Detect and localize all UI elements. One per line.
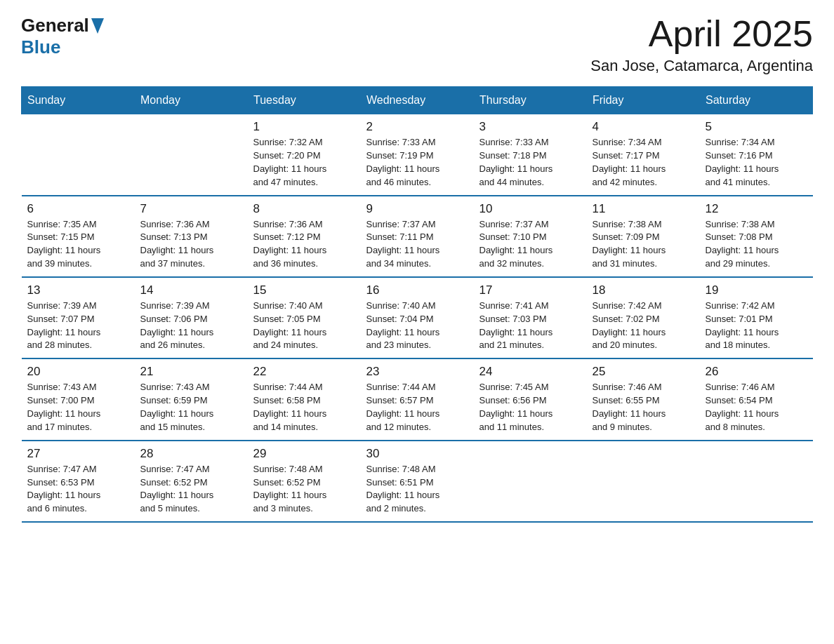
day-info: Sunrise: 7:39 AMSunset: 7:07 PMDaylight:… [27,300,129,352]
day-info: Sunrise: 7:45 AMSunset: 6:56 PMDaylight:… [479,381,581,434]
day-number: 21 [140,365,242,379]
day-number: 28 [140,447,242,461]
day-number: 15 [253,283,355,297]
month-title: April 2025 [590,14,813,54]
day-number: 13 [27,283,129,297]
day-number: 20 [27,365,129,379]
logo-blue-text: Blue [21,36,60,58]
day-number: 22 [253,365,355,379]
weekday-header-wednesday: Wednesday [361,87,474,114]
day-info: Sunrise: 7:33 AMSunset: 7:18 PMDaylight:… [479,136,581,189]
day-info: Sunrise: 7:47 AMSunset: 6:53 PMDaylight:… [27,463,129,516]
calendar-header-row: SundayMondayTuesdayWednesdayThursdayFrid… [22,87,813,114]
day-number: 23 [366,365,468,379]
day-number: 11 [593,202,694,216]
calendar-cell: 16Sunrise: 7:40 AMSunset: 7:04 PMDayligh… [361,277,474,358]
logo-arrow-icon [91,18,104,34]
day-info: Sunrise: 7:42 AMSunset: 7:02 PMDaylight:… [593,300,694,352]
calendar-cell [474,441,587,522]
calendar-cell: 26Sunrise: 7:46 AMSunset: 6:54 PMDayligh… [700,358,813,440]
day-number: 10 [479,202,581,216]
calendar-cell: 15Sunrise: 7:40 AMSunset: 7:05 PMDayligh… [248,277,361,358]
weekday-header-monday: Monday [135,87,248,114]
calendar-week-row: 6Sunrise: 7:35 AMSunset: 7:15 PMDaylight… [22,196,813,277]
day-info: Sunrise: 7:44 AMSunset: 6:58 PMDaylight:… [253,381,355,434]
location-title: San Jose, Catamarca, Argentina [590,57,813,75]
calendar-cell: 12Sunrise: 7:38 AMSunset: 7:08 PMDayligh… [700,196,813,277]
day-number: 5 [706,120,807,134]
calendar-cell: 13Sunrise: 7:39 AMSunset: 7:07 PMDayligh… [22,277,135,358]
weekday-header-tuesday: Tuesday [248,87,361,114]
day-info: Sunrise: 7:38 AMSunset: 7:09 PMDaylight:… [593,218,694,271]
day-number: 3 [479,120,581,134]
day-number: 18 [593,283,694,297]
day-info: Sunrise: 7:36 AMSunset: 7:12 PMDaylight:… [253,218,355,271]
calendar-cell: 28Sunrise: 7:47 AMSunset: 6:52 PMDayligh… [135,441,248,522]
calendar-cell [22,114,135,196]
page-header: General Blue April 2025 San Jose, Catama… [21,14,813,75]
day-number: 17 [479,283,581,297]
calendar-cell: 24Sunrise: 7:45 AMSunset: 6:56 PMDayligh… [474,358,587,440]
day-number: 29 [253,447,355,461]
calendar-cell: 17Sunrise: 7:41 AMSunset: 7:03 PMDayligh… [474,277,587,358]
weekday-header-friday: Friday [587,87,700,114]
calendar-cell: 14Sunrise: 7:39 AMSunset: 7:06 PMDayligh… [135,277,248,358]
weekday-header-sunday: Sunday [22,87,135,114]
day-info: Sunrise: 7:34 AMSunset: 7:17 PMDaylight:… [593,136,694,189]
calendar-cell: 27Sunrise: 7:47 AMSunset: 6:53 PMDayligh… [22,441,135,522]
calendar-week-row: 1Sunrise: 7:32 AMSunset: 7:20 PMDaylight… [22,114,813,196]
calendar-cell: 30Sunrise: 7:48 AMSunset: 6:51 PMDayligh… [361,441,474,522]
day-number: 26 [706,365,807,379]
day-info: Sunrise: 7:41 AMSunset: 7:03 PMDaylight:… [479,300,581,352]
day-info: Sunrise: 7:48 AMSunset: 6:52 PMDaylight:… [253,463,355,516]
day-info: Sunrise: 7:43 AMSunset: 6:59 PMDaylight:… [140,381,242,434]
calendar-cell: 29Sunrise: 7:48 AMSunset: 6:52 PMDayligh… [248,441,361,522]
day-number: 1 [253,120,355,134]
calendar-cell [700,441,813,522]
weekday-header-thursday: Thursday [474,87,587,114]
calendar-cell: 20Sunrise: 7:43 AMSunset: 7:00 PMDayligh… [22,358,135,440]
day-info: Sunrise: 7:33 AMSunset: 7:19 PMDaylight:… [366,136,468,189]
day-info: Sunrise: 7:42 AMSunset: 7:01 PMDaylight:… [706,300,807,352]
day-info: Sunrise: 7:39 AMSunset: 7:06 PMDaylight:… [140,300,242,352]
calendar-week-row: 27Sunrise: 7:47 AMSunset: 6:53 PMDayligh… [22,441,813,522]
day-number: 30 [366,447,468,461]
calendar-week-row: 20Sunrise: 7:43 AMSunset: 7:00 PMDayligh… [22,358,813,440]
calendar-cell: 21Sunrise: 7:43 AMSunset: 6:59 PMDayligh… [135,358,248,440]
day-info: Sunrise: 7:35 AMSunset: 7:15 PMDaylight:… [27,218,129,271]
day-number: 19 [706,283,807,297]
day-number: 7 [140,202,242,216]
calendar-cell: 1Sunrise: 7:32 AMSunset: 7:20 PMDaylight… [248,114,361,196]
day-number: 8 [253,202,355,216]
calendar-cell [135,114,248,196]
day-number: 12 [706,202,807,216]
calendar-cell: 2Sunrise: 7:33 AMSunset: 7:19 PMDaylight… [361,114,474,196]
day-number: 9 [366,202,468,216]
day-info: Sunrise: 7:44 AMSunset: 6:57 PMDaylight:… [366,381,468,434]
day-info: Sunrise: 7:48 AMSunset: 6:51 PMDaylight:… [366,463,468,516]
calendar-cell: 18Sunrise: 7:42 AMSunset: 7:02 PMDayligh… [587,277,700,358]
logo: General Blue [21,14,104,58]
calendar-cell [587,441,700,522]
calendar-week-row: 13Sunrise: 7:39 AMSunset: 7:07 PMDayligh… [22,277,813,358]
day-number: 24 [479,365,581,379]
day-number: 27 [27,447,129,461]
calendar-cell: 25Sunrise: 7:46 AMSunset: 6:55 PMDayligh… [587,358,700,440]
title-section: April 2025 San Jose, Catamarca, Argentin… [590,14,813,75]
day-info: Sunrise: 7:43 AMSunset: 7:00 PMDaylight:… [27,381,129,434]
day-info: Sunrise: 7:36 AMSunset: 7:13 PMDaylight:… [140,218,242,271]
day-info: Sunrise: 7:47 AMSunset: 6:52 PMDaylight:… [140,463,242,516]
day-info: Sunrise: 7:46 AMSunset: 6:54 PMDaylight:… [706,381,807,434]
calendar-cell: 5Sunrise: 7:34 AMSunset: 7:16 PMDaylight… [700,114,813,196]
day-info: Sunrise: 7:37 AMSunset: 7:11 PMDaylight:… [366,218,468,271]
day-number: 2 [366,120,468,134]
calendar-cell: 6Sunrise: 7:35 AMSunset: 7:15 PMDaylight… [22,196,135,277]
calendar-cell: 11Sunrise: 7:38 AMSunset: 7:09 PMDayligh… [587,196,700,277]
day-number: 25 [593,365,694,379]
calendar-cell: 9Sunrise: 7:37 AMSunset: 7:11 PMDaylight… [361,196,474,277]
logo-general-text: General [21,15,89,36]
day-number: 6 [27,202,129,216]
day-number: 4 [593,120,694,134]
day-info: Sunrise: 7:40 AMSunset: 7:04 PMDaylight:… [366,300,468,352]
svg-marker-0 [91,18,104,34]
